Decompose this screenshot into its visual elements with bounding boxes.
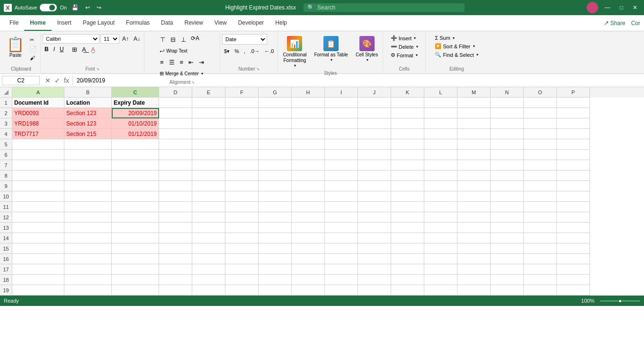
list-item[interactable] (557, 181, 590, 191)
list-item[interactable] (292, 254, 325, 264)
wrap-text-button[interactable]: ⮐ Wrap Text (158, 45, 189, 56)
tab-view[interactable]: View (209, 15, 233, 31)
list-item[interactable] (12, 139, 64, 150)
autosave-toggle[interactable] (40, 4, 57, 11)
list-item[interactable] (424, 129, 457, 139)
col-header-o[interactable]: O (524, 87, 557, 98)
list-item[interactable] (557, 139, 590, 150)
list-item[interactable] (358, 275, 391, 285)
merge-dropdown-arrow[interactable]: ▾ (201, 72, 203, 76)
list-item[interactable] (325, 129, 358, 139)
list-item[interactable] (225, 98, 259, 108)
list-item[interactable] (225, 264, 259, 275)
list-item[interactable] (358, 118, 391, 129)
col-header-g[interactable]: G (259, 87, 292, 98)
list-item[interactable] (192, 285, 225, 296)
decrease-font-button[interactable]: A↓ (132, 34, 142, 44)
list-item[interactable] (259, 118, 292, 129)
list-item[interactable] (12, 181, 64, 191)
list-item[interactable] (557, 98, 590, 108)
list-item[interactable] (358, 139, 391, 150)
list-item[interactable] (325, 212, 358, 223)
list-item[interactable] (391, 170, 424, 181)
list-item[interactable] (325, 108, 358, 118)
insert-cells-button[interactable]: ➕ Insert ▾ (389, 34, 420, 42)
list-item[interactable] (391, 212, 424, 223)
list-item[interactable] (225, 129, 259, 139)
bold-button[interactable]: B (43, 45, 51, 54)
list-item[interactable] (325, 202, 358, 212)
row-header[interactable]: 15 (0, 243, 12, 254)
list-item[interactable] (457, 118, 491, 129)
list-item[interactable] (457, 139, 491, 150)
format-table-arrow[interactable]: ▾ (331, 58, 332, 62)
list-item[interactable] (491, 233, 524, 243)
list-item[interactable] (524, 254, 557, 264)
list-item[interactable] (112, 139, 159, 150)
insert-arrow[interactable]: ▾ (414, 36, 416, 40)
list-item[interactable] (491, 202, 524, 212)
sort-filter-button[interactable]: 🔽 Sort & Filter ▾ (433, 42, 480, 50)
format-as-table-button[interactable]: 📋 Format as Table ▾ (311, 34, 351, 64)
list-item[interactable] (391, 118, 424, 129)
list-item[interactable] (325, 160, 358, 170)
list-item[interactable] (391, 243, 424, 254)
list-item[interactable] (424, 118, 457, 129)
list-item[interactable] (259, 233, 292, 243)
list-item[interactable] (391, 160, 424, 170)
list-item[interactable] (259, 170, 292, 181)
search-box[interactable]: 🔍 (304, 3, 465, 12)
font-expand-icon[interactable]: ↘ (96, 67, 99, 71)
list-item[interactable] (259, 275, 292, 285)
decrease-indent-button[interactable]: ⇤ (186, 57, 196, 67)
list-item[interactable] (64, 212, 112, 223)
list-item[interactable] (391, 275, 424, 285)
alignment-expand-icon[interactable]: ↘ (191, 80, 195, 84)
row-header[interactable]: 16 (0, 254, 12, 264)
list-item[interactable] (292, 264, 325, 275)
row-header[interactable]: 9 (0, 181, 12, 191)
list-item[interactable] (325, 191, 358, 202)
list-item[interactable] (259, 202, 292, 212)
list-item[interactable] (259, 191, 292, 202)
list-item[interactable] (292, 98, 325, 108)
delete-cells-button[interactable]: ➖ Delete ▾ (389, 43, 420, 51)
list-item[interactable] (491, 181, 524, 191)
cancel-formula-button[interactable]: ✕ (44, 76, 52, 85)
list-item[interactable] (259, 212, 292, 223)
window-close[interactable]: ✕ (630, 3, 640, 12)
tab-insert[interactable]: Insert (52, 15, 77, 31)
list-item[interactable] (112, 233, 159, 243)
list-item[interactable] (64, 243, 112, 254)
list-item[interactable] (225, 150, 259, 160)
list-item[interactable] (391, 202, 424, 212)
list-item[interactable] (325, 223, 358, 233)
list-item[interactable] (159, 181, 192, 191)
list-item[interactable] (159, 98, 192, 108)
align-bottom-button[interactable]: ⊥ (179, 34, 188, 45)
list-item[interactable] (358, 243, 391, 254)
list-item[interactable] (491, 98, 524, 108)
list-item[interactable] (225, 160, 259, 170)
list-item[interactable] (259, 108, 292, 118)
list-item[interactable] (491, 118, 524, 129)
list-item[interactable] (64, 254, 112, 264)
list-item[interactable] (424, 191, 457, 202)
list-item[interactable] (557, 191, 590, 202)
format-cells-button[interactable]: ⚙ Format ▾ (389, 51, 420, 59)
list-item[interactable] (557, 223, 590, 233)
list-item[interactable] (225, 243, 259, 254)
list-item[interactable] (491, 275, 524, 285)
list-item[interactable] (524, 243, 557, 254)
merge-center-button[interactable]: ⊞ Merge & Center ▾ (158, 68, 205, 79)
list-item[interactable] (424, 160, 457, 170)
list-item[interactable] (424, 233, 457, 243)
list-item[interactable] (424, 181, 457, 191)
list-item[interactable] (292, 223, 325, 233)
list-item[interactable] (159, 233, 192, 243)
list-item[interactable] (192, 212, 225, 223)
window-minimize[interactable]: — (602, 3, 613, 12)
conditional-formatting-arrow[interactable]: ▾ (294, 63, 296, 68)
list-item[interactable] (112, 223, 159, 233)
list-item[interactable] (292, 202, 325, 212)
